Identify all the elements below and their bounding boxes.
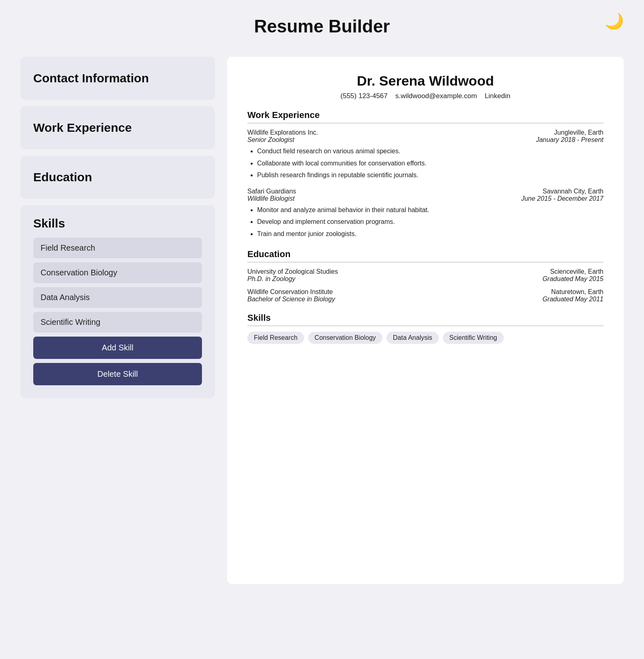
skills-tags-container: Field Research Conservation Biology Data… (247, 332, 603, 344)
edu-2-degree-row: Bachelor of Science in Biology Graduated… (247, 296, 603, 303)
skill-tag-data-analysis: Data Analysis (386, 332, 439, 344)
work-section-label: Work Experience (33, 121, 202, 135)
skills-section-title: Skills (33, 217, 202, 230)
left-panel: Contact Information Work Experience Educ… (20, 57, 215, 398)
education-section-label: Education (33, 170, 202, 184)
edu-1: University of Zoological Studies Science… (247, 268, 603, 283)
job-2-bullet-3: Train and mentor junior zoologists. (257, 229, 603, 239)
job-1-bullets: Conduct field research on various animal… (257, 146, 603, 180)
resume-preview: Dr. Serena Wildwood (555) 123-4567 s.wil… (227, 57, 624, 584)
job-1-company: Wildlife Explorations Inc. (247, 129, 318, 136)
skill-item-data-analysis: Data Analysis (33, 287, 202, 308)
job-1-bullet-3: Publish research findings in reputable s… (257, 170, 603, 180)
job-1-bullet-1: Conduct field research on various animal… (257, 146, 603, 157)
job-2-company: Safari Guardians (247, 188, 296, 195)
job-1-header: Wildlife Explorations Inc. Jungleville, … (247, 129, 603, 136)
job-1-title-row: Senior Zoologist January 2018 - Present (247, 136, 603, 144)
skills-section-card: Skills Field Research Conservation Biolo… (20, 205, 215, 398)
edu-2-institution: Wildlife Conservation Institute (247, 288, 333, 296)
job-2-location: Savannah City, Earth (543, 188, 603, 195)
job-1: Wildlife Explorations Inc. Jungleville, … (247, 129, 603, 180)
skill-tag-conservation-biology: Conservation Biology (308, 332, 382, 344)
resume-phone: (555) 123-4567 (341, 92, 388, 100)
education-section-title: Education (247, 249, 603, 262)
skill-tag-field-research: Field Research (247, 332, 304, 344)
job-2-bullet-1: Monitor and analyze animal behavior in t… (257, 205, 603, 215)
edu-2-header: Wildlife Conservation Institute Natureto… (247, 288, 603, 296)
skill-item-scientific-writing: Scientific Writing (33, 312, 202, 333)
edu-1-header: University of Zoological Studies Science… (247, 268, 603, 275)
job-2-bullets: Monitor and analyze animal behavior in t… (257, 205, 603, 239)
skill-item-conservation-biology: Conservation Biology (33, 262, 202, 283)
job-2-title: Wildlife Biologist (247, 195, 294, 202)
resume-contact-line: (555) 123-4567 s.wildwood@example.com Li… (247, 92, 603, 100)
edu-1-dates: Graduated May 2015 (543, 275, 603, 283)
dark-mode-icon[interactable]: 🌙 (605, 12, 624, 30)
edu-1-degree-row: Ph.D. in Zoology Graduated May 2015 (247, 275, 603, 283)
add-skill-button[interactable]: Add Skill (33, 337, 202, 359)
job-2-header: Safari Guardians Savannah City, Earth (247, 188, 603, 195)
resume-email: s.wildwood@example.com (395, 92, 477, 100)
job-2-bullet-2: Develop and implement conservation progr… (257, 217, 603, 227)
page-title: Resume Builder (8, 16, 636, 36)
job-1-title: Senior Zoologist (247, 136, 294, 144)
page-header: Resume Builder 🌙 (0, 0, 644, 49)
edu-1-degree: Ph.D. in Zoology (247, 275, 295, 283)
skill-item-field-research: Field Research (33, 238, 202, 258)
job-2-title-row: Wildlife Biologist June 2015 - December … (247, 195, 603, 202)
resume-name: Dr. Serena Wildwood (247, 73, 603, 89)
skills-resume-section-title: Skills (247, 313, 603, 326)
edu-1-location: Scienceville, Earth (550, 268, 603, 275)
edu-1-institution: University of Zoological Studies (247, 268, 338, 275)
job-2: Safari Guardians Savannah City, Earth Wi… (247, 188, 603, 239)
job-1-bullet-2: Collaborate with local communities for c… (257, 158, 603, 169)
work-experience-section-title: Work Experience (247, 110, 603, 123)
edu-2: Wildlife Conservation Institute Natureto… (247, 288, 603, 303)
contact-section-label: Contact Information (33, 71, 202, 85)
delete-skill-button[interactable]: Delete Skill (33, 363, 202, 385)
resume-linkedin: Linkedin (485, 92, 510, 100)
contact-section-card[interactable]: Contact Information (20, 57, 215, 100)
job-1-dates: January 2018 - Present (536, 136, 603, 144)
work-section-card[interactable]: Work Experience (20, 106, 215, 149)
edu-2-degree: Bachelor of Science in Biology (247, 296, 335, 303)
skill-tag-scientific-writing: Scientific Writing (443, 332, 504, 344)
edu-2-dates: Graduated May 2011 (543, 296, 603, 303)
edu-2-location: Naturetown, Earth (551, 288, 603, 296)
job-2-dates: June 2015 - December 2017 (521, 195, 603, 202)
job-1-location: Jungleville, Earth (554, 129, 603, 136)
education-section-card[interactable]: Education (20, 156, 215, 199)
main-content: Contact Information Work Experience Educ… (0, 49, 644, 600)
